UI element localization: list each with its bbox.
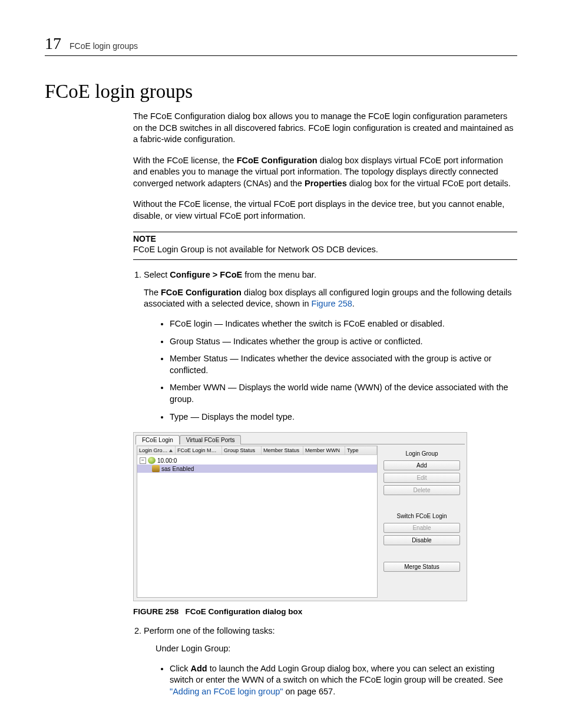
login-group-label: Login Group	[384, 450, 460, 457]
switch-fcoe-login-label: Switch FCoE Login	[384, 513, 460, 519]
list-item: Type — Displays the model type.	[170, 411, 517, 423]
list-item: Member Status — Indicates whether the de…	[170, 353, 517, 376]
list-item: Group Status — Indicates whether the gro…	[170, 336, 517, 348]
intro-paragraph-1: The FCoE Configuration dialog box allows…	[133, 111, 517, 146]
list-item: FCoE login — Indicates whether the switc…	[170, 318, 517, 330]
step-2-under: Under Login Group:	[156, 643, 517, 655]
column-definitions: FCoE login — Indicates whether the switc…	[144, 318, 517, 423]
collapse-icon[interactable]: −	[140, 457, 146, 464]
list-item: Click Add to launch the Add Login Group …	[170, 663, 517, 698]
note-body: FCoE Login Group is not available for Ne…	[133, 244, 517, 256]
list-item: Member WWN — Displays the world wide nam…	[170, 382, 517, 405]
running-title: FCoE login groups	[70, 41, 138, 51]
disable-button[interactable]: Disable	[384, 535, 460, 545]
row-label: sas	[161, 466, 171, 472]
note-rule-top	[133, 232, 517, 232]
login-group-table[interactable]: Login Gro… FCoE Login M… Group Status Me…	[137, 446, 378, 598]
col-login-group[interactable]: Login Gro…	[137, 446, 176, 454]
cross-reference[interactable]: "Adding an FCoE login group"	[170, 687, 283, 696]
col-member-wwn[interactable]: Member WWN	[303, 446, 345, 454]
table-header: Login Gro… FCoE Login M… Group Status Me…	[137, 446, 377, 455]
step-1-desc: The FCoE Configuration dialog box displa…	[144, 287, 517, 310]
col-group-status[interactable]: Group Status	[222, 446, 262, 454]
switch-icon	[152, 465, 160, 472]
figure-reference[interactable]: Figure 258	[312, 299, 352, 308]
step-1: Select Configure > FCoE from the menu ba…	[144, 269, 517, 423]
page-header: 17 FCoE login groups	[45, 34, 517, 56]
col-fcoe-login[interactable]: FCoE Login M…	[176, 446, 222, 454]
section-heading: FCoE login groups	[45, 81, 517, 103]
fabric-icon	[148, 457, 156, 464]
sort-asc-icon	[169, 449, 173, 452]
table-row-root[interactable]: − 10.00:0	[137, 456, 377, 465]
table-row-child[interactable]: sas Enabled	[137, 465, 377, 473]
row-label: 10.00:0	[157, 457, 177, 464]
note-label: NOTE	[133, 233, 517, 245]
note-rule-bottom	[133, 259, 517, 260]
merge-status-button[interactable]: Merge Status	[384, 562, 460, 572]
delete-button[interactable]: Delete	[384, 485, 460, 495]
row-value: Enabled	[173, 466, 194, 472]
dialog-action-panel: Login Group Add Edit Delete Switch FCoE …	[379, 444, 465, 599]
figure-caption: FIGURE 258 FCoE Configuration dialog box	[133, 607, 517, 616]
step-2: Perform one of the following tasks: Unde…	[144, 625, 517, 697]
tab-virtual-fcoe-ports[interactable]: Virtual FCoE Ports	[180, 435, 242, 444]
intro-paragraph-3: Without the FCoE license, the virtual FC…	[133, 199, 517, 222]
intro-paragraph-2: With the FCoE license, the FCoE Configur…	[133, 155, 517, 190]
col-type[interactable]: Type	[345, 446, 377, 454]
enable-button[interactable]: Enable	[384, 523, 460, 533]
fcoe-configuration-dialog: FCoE Login Virtual FCoE Ports Login Gro……	[133, 432, 467, 601]
col-member-status[interactable]: Member Status	[262, 446, 303, 454]
tab-strip: FCoE Login Virtual FCoE Ports	[134, 433, 467, 444]
edit-button[interactable]: Edit	[384, 473, 460, 483]
add-button[interactable]: Add	[384, 460, 460, 470]
tab-fcoe-login[interactable]: FCoE Login	[135, 435, 180, 444]
chapter-number: 17	[45, 34, 61, 53]
